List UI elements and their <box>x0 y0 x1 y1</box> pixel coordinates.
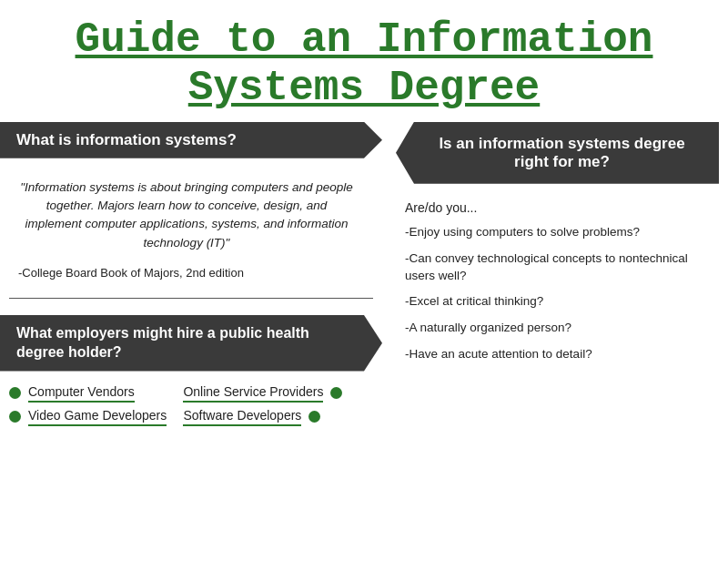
employer-label-software-dev: Software Developers <box>183 408 301 426</box>
content-area: What is information systems? "Informatio… <box>0 122 728 432</box>
employer-item-online-service: Online Service Providers <box>183 384 373 403</box>
bullet-dot-sd <box>308 411 320 423</box>
source-text: -College Board Book of Majors, 2nd editi… <box>0 260 382 291</box>
question-2: -Can convey technological concepts to no… <box>405 250 710 285</box>
right-for-me-banner: Is an information systems degree right f… <box>396 122 719 184</box>
right-banner-text: Is an information systems degree right f… <box>439 135 684 170</box>
employer-row-2: Video Game Developers Software Developer… <box>9 408 373 430</box>
question-4: -A naturally organized person? <box>405 320 710 337</box>
employer-list: Computer Vendors Online Service Provider… <box>0 384 382 430</box>
title-line1: Guide to an Information <box>76 16 653 64</box>
employer-item-video-game: Video Game Developers <box>9 408 174 426</box>
right-column: Is an information systems degree right f… <box>391 122 728 432</box>
employer-item-software-dev: Software Developers <box>183 408 373 426</box>
section1-banner-text: What is information systems? <box>16 131 237 148</box>
separator <box>9 298 373 299</box>
employer-label-video-game: Video Game Developers <box>28 408 167 426</box>
are-you-text: Are/do you... <box>405 200 710 215</box>
employer-label-computer-vendors: Computer Vendors <box>28 384 135 403</box>
source-content: -College Board Book of Majors, 2nd editi… <box>18 266 244 280</box>
page-wrapper: Guide to an Information Systems Degree W… <box>0 0 728 571</box>
what-is-infosys-banner: What is information systems? <box>0 122 382 158</box>
employer-item-computer-vendors: Computer Vendors <box>9 384 174 403</box>
employer-label-online-service: Online Service Providers <box>183 384 323 403</box>
bullet-dot-vg <box>9 411 21 423</box>
employer-row-1: Computer Vendors Online Service Provider… <box>9 384 373 406</box>
title-line2: Systems Degree <box>188 65 540 112</box>
employers-banner: What employers might hire a public healt… <box>0 315 382 372</box>
question-3: -Excel at critical thinking? <box>405 293 710 311</box>
main-title: Guide to an Information Systems Degree <box>18 16 710 113</box>
right-questions: Are/do you... -Enjoy using computers to … <box>396 197 719 363</box>
bullet-dot <box>9 387 21 399</box>
quote-content: "Information systems is about bringing c… <box>20 180 353 250</box>
question-5: -Have an acute attention to detail? <box>405 346 710 363</box>
title-area: Guide to an Information Systems Degree <box>0 0 728 122</box>
section2-banner-text: What employers might hire a public healt… <box>16 325 309 360</box>
question-1: -Enjoy using computers to solve problems… <box>405 224 710 241</box>
left-column: What is information systems? "Informatio… <box>0 122 391 432</box>
quote-text: "Information systems is about bringing c… <box>0 168 382 260</box>
bullet-dot-right <box>330 387 342 399</box>
